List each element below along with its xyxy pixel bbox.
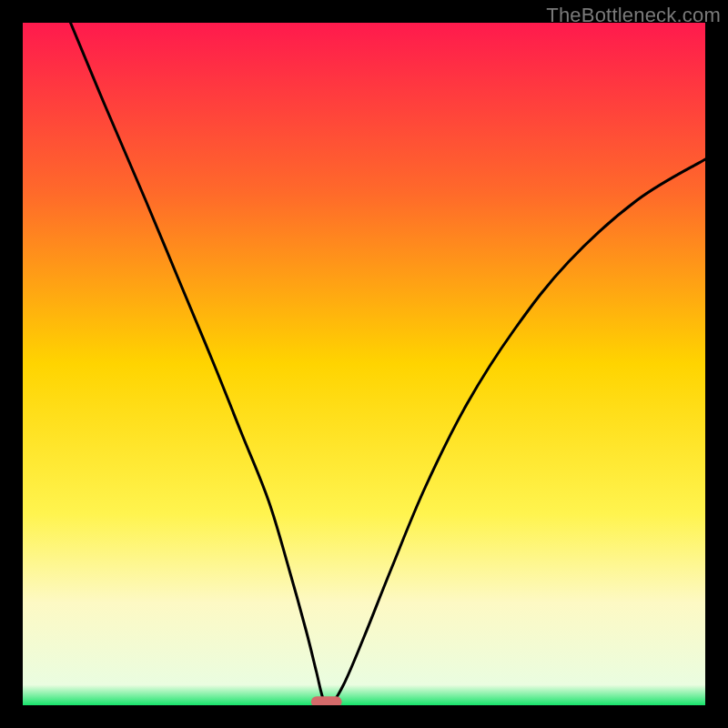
minimum-marker <box>311 696 342 705</box>
watermark-text: TheBottleneck.com <box>546 4 721 27</box>
chart-frame: TheBottleneck.com <box>0 0 728 728</box>
plot-svg <box>23 23 705 705</box>
gradient-background <box>23 23 705 705</box>
plot-area <box>23 23 705 705</box>
